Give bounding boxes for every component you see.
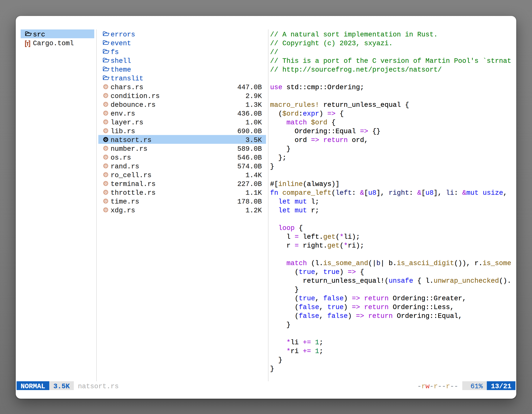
svg-text:R: R	[104, 173, 107, 176]
svg-text:R: R	[104, 182, 107, 185]
svg-text:R: R	[104, 129, 107, 133]
svg-text:R: R	[104, 146, 107, 150]
svg-text:R: R	[104, 137, 107, 141]
svg-text:R: R	[104, 85, 107, 88]
svg-text:R: R	[104, 155, 107, 159]
svg-text:R: R	[104, 208, 107, 212]
svg-text:R: R	[104, 102, 107, 106]
svg-text:R: R	[104, 190, 107, 194]
svg-text:R: R	[104, 199, 107, 203]
svg-text:R: R	[104, 94, 107, 97]
svg-text:R: R	[104, 164, 107, 168]
svg-text:R: R	[104, 120, 107, 124]
svg-text:R: R	[104, 111, 107, 115]
